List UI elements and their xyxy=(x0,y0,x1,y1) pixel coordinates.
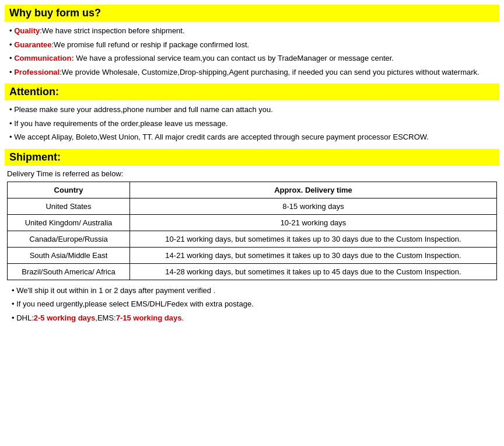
guarantee-label: Guarantee xyxy=(14,40,51,49)
delivery-south-asia: 14-21 working days, but sometimes it tak… xyxy=(130,247,497,263)
dhl-days: 2-5 working days xyxy=(34,313,95,322)
attention-item-3: • We accept Alipay, Boleto,West Union, T… xyxy=(7,131,497,143)
communication-label: Communication: xyxy=(14,54,74,62)
why-buy-header: Why buy form us? xyxy=(5,5,499,22)
table-row: United States 8-15 working days xyxy=(8,198,497,214)
col-country: Country xyxy=(8,182,130,198)
communication-item: • Communication: We have a professional … xyxy=(7,53,497,64)
table-header-row: Country Approx. Delivery time xyxy=(8,182,497,198)
delivery-intro: Delivery Time is referred as below: xyxy=(7,169,497,178)
delivery-us: 8-15 working days xyxy=(130,198,497,214)
table-row: United Kingdom/ Australia 10-21 working … xyxy=(8,214,497,231)
quality-item: • Quality:We have strict inspection befo… xyxy=(7,25,497,37)
attention-header: Attention: xyxy=(5,83,499,100)
note-item-2: • If you need urgently,please select EMS… xyxy=(9,298,495,310)
professional-item: • Professional:We provide Wholesale, Cus… xyxy=(7,67,497,78)
country-us: United States xyxy=(8,198,130,214)
table-row: South Asia/Middle East 14-21 working day… xyxy=(8,247,497,263)
country-south-asia: South Asia/Middle East xyxy=(8,247,130,263)
attention-item-1: • Please make sure your address,phone nu… xyxy=(7,104,497,116)
delivery-notes: • We'll ship it out within in 1 or 2 day… xyxy=(7,285,497,324)
quality-text: :We have strict inspection before shipme… xyxy=(40,26,184,35)
shipment-section: Shipment: Delivery Time is referred as b… xyxy=(5,149,499,324)
guarantee-item: • Guarantee:We promise full refund or re… xyxy=(7,39,497,51)
table-row: Brazil/South America/ Africa 14-28 worki… xyxy=(8,263,497,280)
delivery-uk-au: 10-21 working days xyxy=(130,214,497,231)
attention-item-2: • If you have requirements of the order,… xyxy=(7,118,497,130)
shipment-content: Delivery Time is referred as below: Coun… xyxy=(5,169,499,324)
guarantee-text: :We promise full refund or reship if pac… xyxy=(51,40,249,49)
country-uk-au: United Kingdom/ Australia xyxy=(8,214,130,231)
quality-label: Quality xyxy=(14,26,40,35)
attention-section: Attention: • Please make sure your addre… xyxy=(5,83,499,143)
country-brazil: Brazil/South America/ Africa xyxy=(8,263,130,280)
attention-content: • Please make sure your address,phone nu… xyxy=(5,104,499,143)
note-item-3: • DHL:2-5 working days,EMS:7-15 working … xyxy=(9,312,495,324)
why-buy-section: Why buy form us? • Quality:We have stric… xyxy=(5,5,499,78)
country-canada-europe: Canada/Europe/Russia xyxy=(8,231,130,247)
delivery-brazil: 14-28 working days, but sometimes it tak… xyxy=(130,263,497,280)
note-item-1: • We'll ship it out within in 1 or 2 day… xyxy=(9,285,495,297)
table-row: Canada/Europe/Russia 10-21 working days,… xyxy=(8,231,497,247)
ems-days: 7-15 working days xyxy=(116,313,182,322)
col-delivery-time: Approx. Delivery time xyxy=(130,182,497,198)
why-buy-content: • Quality:We have strict inspection befo… xyxy=(5,25,499,78)
professional-label: Professional xyxy=(14,68,60,76)
delivery-table: Country Approx. Delivery time United Sta… xyxy=(7,182,497,280)
communication-text: We have a professional service team,you … xyxy=(74,54,394,62)
professional-text: :We provide Wholesale, Customize,Drop-sh… xyxy=(60,68,479,76)
delivery-canada-europe: 10-21 working days, but sometimes it tak… xyxy=(130,231,497,247)
shipment-header: Shipment: xyxy=(5,149,499,166)
